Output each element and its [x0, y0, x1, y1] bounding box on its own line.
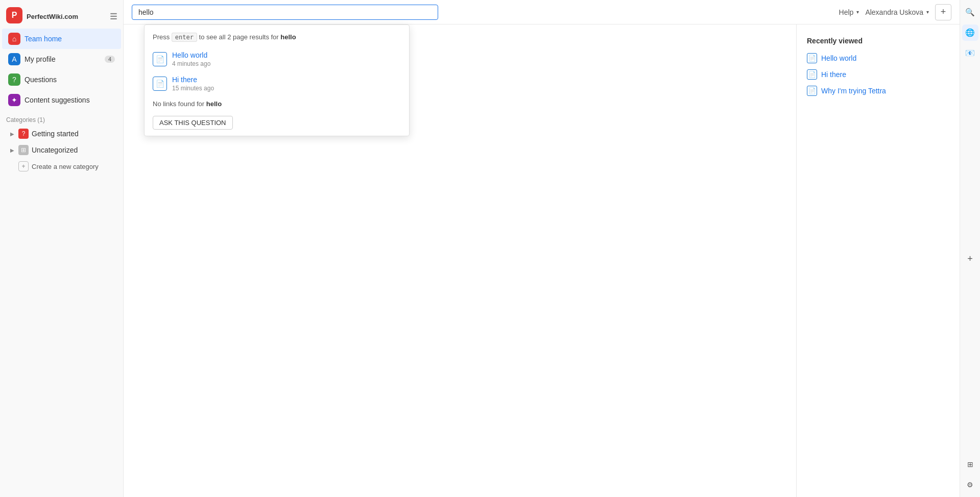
categories-section-title: Categories (1) — [0, 110, 123, 126]
content-suggestions-label: Content suggestions — [25, 96, 90, 104]
topbar: hello Help ▾ Alexandra Uskova ▾ + — [124, 0, 960, 24]
add-rail-icon[interactable]: + — [962, 251, 978, 267]
create-category-label: Create a new category — [32, 163, 99, 170]
rv1-icon: 📄 — [807, 53, 817, 63]
rv3-label: Why I'm trying Tettra — [821, 87, 886, 95]
sidebar-header: P PerfectWiki.com ☰ — [0, 4, 123, 29]
search-hint-text: to see all 2 page results for — [199, 33, 281, 41]
rv2-label: Hi there — [821, 70, 846, 79]
uncategorized-label: Uncategorized — [32, 146, 78, 154]
hi-there-title: Hi there — [172, 76, 214, 84]
create-category-arrow — [8, 162, 16, 170]
search-rail-icon[interactable]: 🔍 — [962, 4, 978, 20]
getting-started-arrow: ▶ — [8, 130, 16, 138]
hamburger-icon[interactable]: ☰ — [110, 12, 117, 21]
questions-label: Questions — [25, 76, 57, 84]
help-button[interactable]: Help ▾ — [839, 8, 859, 16]
right-panel: Recently viewed 📄 Hello world 📄 Hi there… — [796, 24, 960, 497]
search-hint-keyword: hello — [280, 33, 296, 41]
recent-items-list: 📄 Hello world 📄 Hi there 📄 Why I'm tryin… — [807, 53, 949, 96]
rv3-icon: 📄 — [807, 86, 817, 96]
rv1-label: Hello world — [821, 54, 856, 62]
questions-icon: ? — [8, 73, 20, 86]
my-profile-icon: A — [8, 53, 20, 65]
search-input[interactable]: hello — [132, 5, 438, 20]
search-result-hi-there[interactable]: 📄 Hi there 15 minutes ago — [145, 71, 409, 96]
main-area: hello Help ▾ Alexandra Uskova ▾ + Press … — [124, 0, 960, 497]
category-item-uncategorized[interactable]: ▶ ⊞ Uncategorized — [2, 142, 121, 158]
my-profile-badge: 4 — [105, 56, 115, 63]
search-container: hello — [132, 5, 438, 20]
hello-world-icon: 📄 — [153, 52, 167, 66]
topbar-right: Help ▾ Alexandra Uskova ▾ + — [839, 4, 951, 20]
search-hint: Press enter to see all 2 page results fo… — [145, 31, 409, 47]
team-home-icon: ⌂ — [8, 33, 20, 45]
sidebar-item-my-profile[interactable]: A My profile 4 — [2, 49, 121, 69]
recent-item-rv2[interactable]: 📄 Hi there — [807, 69, 949, 80]
team-home-label: Team home — [25, 35, 62, 43]
add-button[interactable]: + — [935, 4, 951, 20]
enter-key-label: enter — [172, 33, 197, 42]
sidebar-item-content-suggestions[interactable]: ✦ Content suggestions — [2, 90, 121, 110]
no-links-keyword: hello — [206, 100, 222, 108]
search-results: 📄 Hello world 4 minutes ago 📄 Hi there 1… — [145, 47, 409, 96]
layout-rail-icon[interactable]: ⊞ — [962, 456, 978, 473]
user-menu-button[interactable]: Alexandra Uskova ▾ — [865, 8, 929, 16]
sidebar-item-team-home[interactable]: ⌂ Team home — [2, 29, 121, 49]
help-label: Help — [839, 8, 854, 16]
globe-rail-icon[interactable]: 🌐 — [962, 24, 978, 41]
uncategorized-arrow: ▶ — [8, 146, 16, 154]
hi-there-icon: 📄 — [153, 77, 167, 91]
my-profile-label: My profile — [25, 55, 56, 63]
rv2-icon: 📄 — [807, 69, 817, 80]
app-logo: P — [6, 7, 22, 23]
app-name: PerfectWiki.com — [27, 13, 78, 20]
hello-world-title: Hello world — [172, 51, 210, 59]
help-chevron-icon: ▾ — [856, 9, 859, 15]
sidebar-item-questions[interactable]: ? Questions — [2, 69, 121, 90]
category-item-getting-started[interactable]: ▶ ? Getting started — [2, 126, 121, 142]
no-links-message: No links found for hello — [145, 96, 409, 112]
far-right-rail: 🔍 🌐 📧 + ⊞ ⚙ — [960, 0, 980, 497]
getting-started-icon: ? — [18, 129, 29, 139]
recent-item-rv1[interactable]: 📄 Hello world — [807, 53, 949, 63]
user-label: Alexandra Uskova — [865, 8, 923, 16]
right-panel-title: Recently viewed — [807, 37, 949, 45]
no-links-text: No links found for — [153, 100, 204, 108]
uncategorized-icon: ⊞ — [18, 145, 29, 155]
search-result-hello-world[interactable]: 📄 Hello world 4 minutes ago — [145, 47, 409, 71]
search-dropdown: Press enter to see all 2 page results fo… — [144, 24, 410, 136]
create-category-icon: + — [18, 161, 29, 171]
sidebar-nav: ⌂ Team home A My profile 4 ? Questions ✦… — [0, 29, 123, 110]
create-category-item[interactable]: + Create a new category — [2, 158, 121, 175]
outlook-rail-icon[interactable]: 📧 — [962, 45, 978, 61]
hi-there-time: 15 minutes ago — [172, 85, 214, 92]
getting-started-label: Getting started — [32, 130, 79, 138]
ask-question-button[interactable]: ASK THIS QUESTION — [153, 116, 233, 130]
content-suggestions-icon: ✦ — [8, 94, 20, 106]
user-chevron-icon: ▾ — [926, 9, 929, 15]
sidebar-categories: ▶ ? Getting started ▶ ⊞ Uncategorized — [0, 126, 123, 158]
hello-world-time: 4 minutes ago — [172, 60, 210, 67]
sidebar: P PerfectWiki.com ☰ ⌂ Team home A My pro… — [0, 0, 124, 497]
settings-rail-icon[interactable]: ⚙ — [962, 477, 978, 493]
recent-item-rv3[interactable]: 📄 Why I'm trying Tettra — [807, 86, 949, 96]
